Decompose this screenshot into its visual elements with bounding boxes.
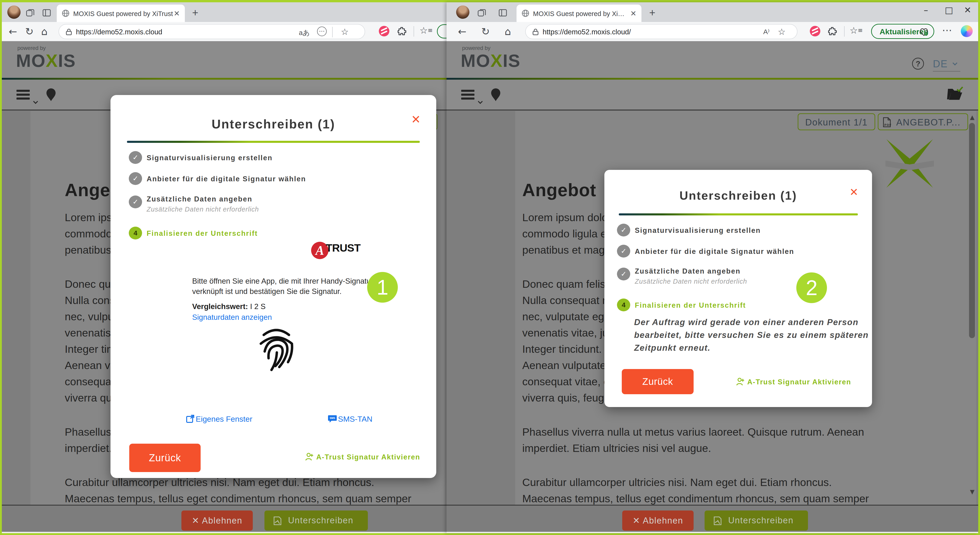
back-icon[interactable]: ← bbox=[458, 26, 466, 37]
back-button[interactable]: Zurück bbox=[129, 444, 200, 472]
favorite-star-icon[interactable]: ☆ bbox=[341, 27, 348, 37]
step-3-subtext: Zusätzliche Daten nicht erforderlich bbox=[635, 278, 747, 285]
dialog-divider bbox=[127, 141, 420, 143]
favorites-bar-icon[interactable]: ☆≡ bbox=[420, 25, 433, 36]
favorites-bar-icon[interactable]: ☆≡ bbox=[850, 25, 863, 36]
eigenes-fenster-row[interactable]: Eigenes Fenster bbox=[186, 414, 252, 423]
location-pin-icon[interactable] bbox=[490, 88, 501, 102]
browser-tab[interactable]: MOXIS Guest powered by XiTrust ✕ bbox=[57, 5, 185, 22]
vertical-tabs-icon[interactable] bbox=[42, 8, 51, 18]
new-tab-button[interactable]: + bbox=[649, 6, 655, 19]
scroll-up-icon[interactable]: ▲ bbox=[970, 114, 975, 121]
address-bar[interactable]: https://demo52.moxis.cloud aあ ⋯ ☆ bbox=[59, 24, 365, 39]
header-divider bbox=[447, 78, 978, 80]
document-paragraph: Phasellus viverra nulla ut metus varius … bbox=[522, 424, 869, 456]
dialog-close-icon[interactable]: ✕ bbox=[850, 186, 858, 198]
sms-tan-link[interactable]: SMS-TAN bbox=[338, 415, 372, 423]
action-bar: ✕ Ablehnen Unterschreiben bbox=[447, 505, 978, 532]
moxis-header: powered by MOXIS bbox=[2, 41, 447, 78]
refresh-icon[interactable]: ↻ bbox=[481, 26, 490, 37]
moxis-logo: MOXIS bbox=[461, 50, 520, 71]
back-icon[interactable]: ← bbox=[9, 26, 17, 37]
extension-pink-icon[interactable] bbox=[810, 26, 820, 37]
sign-button[interactable]: Unterschreiben bbox=[705, 511, 808, 531]
read-aloud-icon[interactable]: A⁾ bbox=[764, 28, 770, 36]
copilot-icon[interactable] bbox=[961, 25, 973, 37]
atrust-activate-link[interactable]: A-Trust Signatur Aktivieren bbox=[305, 452, 420, 461]
scrollbar-thumb[interactable] bbox=[969, 123, 975, 338]
tab-title: MOXIS Guest powered by XiTrust bbox=[533, 10, 625, 18]
fingerprint-icon bbox=[257, 324, 296, 373]
step-4-label: Finalisieren der Unterschrift bbox=[635, 301, 746, 310]
browser-window-left: MOXIS Guest powered by XiTrust ✕ + ← ↻ ⌂… bbox=[2, 2, 447, 533]
tab-title: MOXIS Guest powered by XiTrust bbox=[73, 10, 174, 18]
step-4-label: Finalisieren der Unterschrift bbox=[146, 229, 258, 238]
check-icon: ✓ bbox=[129, 172, 142, 185]
tab-close-icon[interactable]: ✕ bbox=[173, 9, 180, 18]
vertical-tabs-icon[interactable] bbox=[498, 8, 508, 18]
url-text[interactable]: https://demo52.moxis.cloud bbox=[76, 28, 162, 36]
more-menu-icon[interactable]: ⋯ bbox=[942, 24, 952, 36]
svg-text:!: ! bbox=[926, 32, 926, 36]
refresh-icon[interactable]: ↻ bbox=[25, 26, 33, 37]
signature-icon bbox=[713, 516, 722, 525]
signaturdaten-link[interactable]: Signaturdaten anzeigen bbox=[192, 313, 272, 322]
location-pin-icon[interactable] bbox=[46, 88, 56, 102]
reject-button[interactable]: ✕ Ablehnen bbox=[181, 511, 253, 531]
window-footer bbox=[447, 532, 978, 533]
address-bar[interactable]: https://demo52.moxis.cloud/ A⁾ ☆ bbox=[525, 24, 797, 39]
update-button-clipped[interactable] bbox=[437, 24, 447, 38]
sms-tan-row[interactable]: SMS SMS-TAN bbox=[328, 414, 372, 423]
extensions-icon[interactable] bbox=[397, 26, 408, 37]
file-badge[interactable]: PDF ANGEBOT.P... bbox=[878, 113, 968, 130]
profile-avatar[interactable] bbox=[456, 5, 469, 19]
home-icon[interactable]: ⌂ bbox=[41, 26, 48, 37]
pdf-file-icon: PDF bbox=[883, 117, 891, 127]
step-2-label: Anbieter für die digitale Signatur wähle… bbox=[146, 175, 306, 183]
check-icon: ✓ bbox=[617, 268, 630, 280]
step-1-label: Signaturvisualisierung erstellen bbox=[635, 227, 760, 235]
address-toolbar: ← ↻ ⌂ https://demo52.moxis.cloud/ A⁾ ☆ ☆… bbox=[447, 22, 978, 41]
update-button[interactable]: Aktualisieren ! bbox=[871, 24, 934, 39]
profile-avatar[interactable] bbox=[7, 5, 21, 19]
workspaces-icon[interactable] bbox=[477, 8, 486, 18]
back-button[interactable]: Zurück bbox=[622, 369, 694, 394]
translate-icon[interactable]: aあ bbox=[299, 28, 310, 38]
favorite-star-icon[interactable]: ☆ bbox=[778, 27, 786, 37]
new-tab-button[interactable]: + bbox=[192, 6, 198, 19]
lock-icon bbox=[65, 29, 72, 36]
menu-icon[interactable] bbox=[461, 90, 474, 100]
reading-options-icon[interactable]: ⋯ bbox=[317, 27, 327, 36]
sign-button[interactable]: Unterschreiben bbox=[264, 511, 368, 531]
moxis-logo: MOXIS bbox=[16, 50, 76, 71]
scroll-down-icon[interactable]: ▼ bbox=[970, 488, 975, 495]
dialog-close-icon[interactable]: ✕ bbox=[411, 113, 421, 126]
moxis-logo-x: X bbox=[46, 51, 58, 71]
language-selector[interactable]: DE bbox=[933, 58, 948, 70]
workspaces-icon[interactable] bbox=[25, 8, 35, 18]
extensions-icon[interactable] bbox=[827, 26, 838, 37]
globe-favicon bbox=[522, 10, 529, 17]
maximize-icon[interactable]: □ bbox=[945, 5, 953, 15]
menu-chevron-icon[interactable] bbox=[478, 99, 483, 104]
url-text[interactable]: https://demo52.moxis.cloud/ bbox=[542, 28, 631, 36]
home-icon[interactable]: ⌂ bbox=[504, 26, 511, 37]
menu-chevron-icon[interactable] bbox=[33, 99, 38, 104]
svg-text:PDF: PDF bbox=[885, 123, 891, 126]
help-icon[interactable]: ? bbox=[912, 58, 924, 70]
extension-pink-icon[interactable] bbox=[379, 26, 389, 37]
browser-tab[interactable]: MOXIS Guest powered by XiTrust ✕ bbox=[517, 5, 641, 22]
open-folder-icon[interactable] bbox=[947, 86, 963, 101]
globe-favicon bbox=[62, 10, 70, 17]
document-paragraph: Curabitur ullamcorper ultricies nisi. Na… bbox=[65, 474, 411, 505]
step-3-label: Zusätzliche Daten angeben bbox=[146, 195, 252, 203]
close-window-icon[interactable]: ✕ bbox=[964, 5, 971, 15]
minimize-icon[interactable]: – bbox=[924, 5, 928, 15]
check-icon: ✓ bbox=[129, 195, 142, 208]
lock-icon bbox=[532, 29, 539, 36]
atrust-activate-link[interactable]: A-Trust Signatur Aktivieren bbox=[736, 377, 851, 386]
tab-close-icon[interactable]: ✕ bbox=[630, 9, 636, 18]
menu-icon[interactable] bbox=[16, 90, 30, 100]
eigenes-fenster-link[interactable]: Eigenes Fenster bbox=[196, 415, 252, 423]
reject-button[interactable]: ✕ Ablehnen bbox=[622, 511, 694, 531]
